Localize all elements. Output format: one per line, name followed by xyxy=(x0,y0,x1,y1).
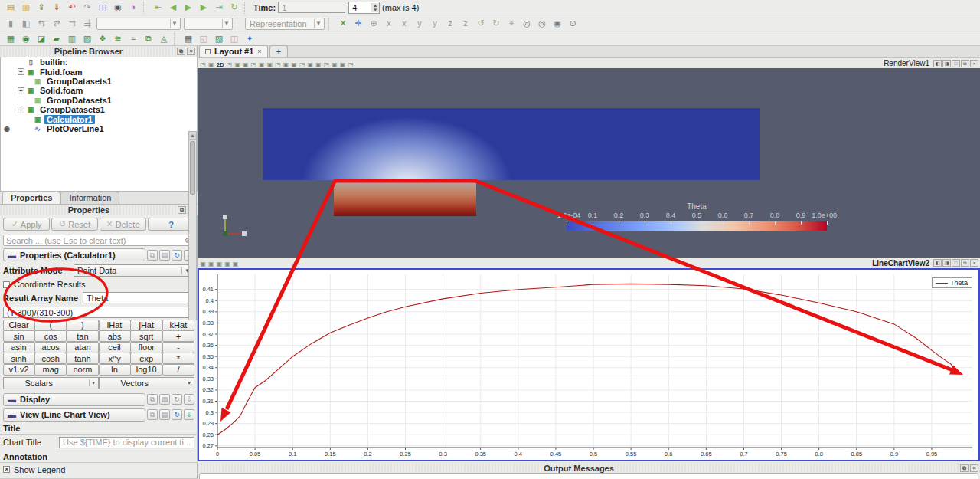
zoom-to-box-icon[interactable]: ⊕ xyxy=(367,17,381,30)
chart-toolbar-e-icon[interactable]: ▣ xyxy=(233,261,239,267)
properties-scrollbar[interactable]: ▲ xyxy=(188,131,197,320)
copy-properties-icon[interactable]: ⧉ xyxy=(147,250,158,261)
pipeline-item-groupdatasets1[interactable]: ▣GroupDatasets1 xyxy=(1,77,197,86)
calc-button-atan[interactable]: atan xyxy=(67,342,99,353)
pipeline-item-label[interactable]: GroupDatasets1 xyxy=(44,96,114,105)
calc-button-ln[interactable]: ln xyxy=(99,364,131,376)
calc-button-ihat[interactable]: iHat xyxy=(99,320,131,331)
view-toolbar-preview-icon[interactable]: ▣ xyxy=(208,61,214,68)
zoom-to-data-icon[interactable]: ✛ xyxy=(351,17,365,30)
line-chart-view[interactable]: 0.270.280.290.30.310.320.330.340.350.360… xyxy=(198,268,980,461)
expression-input[interactable]: (T-300)/(310-300) xyxy=(3,307,194,318)
help-button[interactable]: ? xyxy=(148,218,194,231)
calc-button-[interactable]: ) xyxy=(67,320,99,331)
stream-tracer-filter-icon[interactable]: ≋ xyxy=(111,32,125,45)
reset-center-icon[interactable]: ⊙ xyxy=(566,17,580,30)
split-vertical-icon[interactable]: ◨ xyxy=(942,259,951,267)
save-view-icon[interactable]: ⇩ xyxy=(184,409,194,420)
dock-float-icon[interactable]: ⧉ xyxy=(178,206,186,214)
calc-button-asin[interactable]: asin xyxy=(3,342,35,353)
attribute-mode-dropdown[interactable]: Point Data▼ xyxy=(74,264,194,277)
color-palette-icon[interactable]: ◑ xyxy=(126,1,140,14)
frame-spinbox[interactable]: 4 ▲▼ xyxy=(348,2,380,14)
show-orientation-axes-icon[interactable]: ◎ xyxy=(520,17,534,30)
spin-down-icon[interactable]: ▼ xyxy=(371,8,379,12)
close-view-icon[interactable]: × xyxy=(970,60,978,67)
reset-button[interactable]: ↺Reset xyxy=(51,218,98,231)
chart-toolbar-a-icon[interactable]: ▣ xyxy=(201,261,207,267)
play-icon[interactable]: ▶ xyxy=(181,1,195,14)
dock-close-icon[interactable]: × xyxy=(970,464,978,472)
maximize-icon[interactable]: □ xyxy=(952,259,960,267)
maximize-icon[interactable]: □ xyxy=(952,60,960,67)
view-toolbar-sel-a-icon[interactable]: ▣ xyxy=(259,61,265,68)
calc-button-[interactable]: + xyxy=(162,330,194,342)
rescale-custom-icon[interactable]: ⇄ xyxy=(50,17,64,30)
redo-icon[interactable]: ↷ xyxy=(80,1,94,14)
load-state-icon[interactable]: ⇪ xyxy=(34,1,48,14)
calc-button-norm[interactable]: norm xyxy=(67,364,99,376)
calc-button-sin[interactable]: sin xyxy=(3,330,35,342)
paste-display-icon[interactable]: ▤ xyxy=(159,394,170,405)
pipeline-item-label[interactable]: builtin: xyxy=(38,57,70,67)
pipeline-item-label[interactable]: GroupDatasets1 xyxy=(38,105,107,114)
calc-button-acos[interactable]: acos xyxy=(34,342,67,353)
rescale-visible-icon[interactable]: ⇶ xyxy=(80,17,94,30)
pipeline-item-solid-foam[interactable]: −▣Solid.foam xyxy=(1,86,197,95)
save-state-icon[interactable]: ⇓ xyxy=(50,1,64,14)
view-minus-z-icon[interactable]: z xyxy=(459,17,472,30)
pipeline-item-label[interactable]: Fluid.foam xyxy=(38,67,85,77)
chart-title-input[interactable]: Use ${TIME} to display current ti... xyxy=(59,437,194,448)
pipeline-item-label[interactable]: PlotOverLine1 xyxy=(44,124,106,133)
reset-view-icon[interactable]: ↻ xyxy=(172,409,182,420)
copy-display-icon[interactable]: ⧉ xyxy=(147,394,158,405)
group-datasets-filter-icon[interactable]: ⧉ xyxy=(142,32,155,45)
view-toolbar-camera-b-icon[interactable]: ▣ xyxy=(243,61,249,68)
float-icon[interactable]: ⧉ xyxy=(961,60,969,67)
calc-button-exp[interactable]: exp xyxy=(130,353,162,364)
tab-information[interactable]: Information xyxy=(60,192,119,204)
calc-button-tanh[interactable]: tanh xyxy=(67,353,99,364)
calc-button-v1v2[interactable]: v1.v2 xyxy=(3,364,35,376)
first-frame-icon[interactable]: ⇤ xyxy=(151,1,165,14)
warp-filter-icon[interactable]: ≈ xyxy=(126,32,140,45)
vectors-dropdown[interactable]: Vectors▾ xyxy=(99,377,194,389)
calc-button-floor[interactable]: floor xyxy=(130,342,162,353)
scrollbar-thumb[interactable] xyxy=(190,141,195,195)
slice-filter-icon[interactable]: ▰ xyxy=(50,32,64,45)
view-toolbar-camera-c-icon[interactable]: ◳ xyxy=(251,61,257,68)
contour-filter-icon[interactable]: ◉ xyxy=(19,32,33,45)
chart-toolbar-c-icon[interactable]: ▣ xyxy=(217,261,223,267)
component-combo[interactable]: ▼ xyxy=(184,18,233,30)
layout-tab[interactable]: Layout #1 × xyxy=(199,45,268,57)
scalars-dropdown[interactable]: Scalars▾ xyxy=(3,377,99,389)
search-input[interactable]: Search ... (use Esc to clear text) ⚙ xyxy=(3,235,194,246)
rescale-temporal-icon[interactable]: ⇉ xyxy=(65,17,79,30)
view-minus-y-icon[interactable]: y xyxy=(428,17,442,30)
spreadsheet-view-icon[interactable]: ▦ xyxy=(181,32,195,45)
paste-view-icon[interactable]: ▤ xyxy=(159,409,170,420)
calc-button-sinh[interactable]: sinh xyxy=(3,353,35,364)
toggle-color-legend-icon[interactable]: ▮ xyxy=(4,17,18,30)
save-display-icon[interactable]: ⇩ xyxy=(184,394,194,405)
view-plus-y-icon[interactable]: y xyxy=(413,17,426,30)
rescale-to-data-icon[interactable]: ⇆ xyxy=(34,17,48,30)
split-vertical-icon[interactable]: ◨ xyxy=(942,60,951,67)
calc-button-[interactable]: ( xyxy=(34,320,67,331)
result-array-input[interactable]: Theta xyxy=(83,292,194,303)
close-view-icon[interactable]: × xyxy=(970,259,978,267)
calc-button-xy[interactable]: x^y xyxy=(99,353,131,364)
calculator-section-toggle[interactable]: ▬ Properties (Calculator1) xyxy=(3,248,145,261)
selection-one-icon[interactable]: ▨ xyxy=(212,32,226,45)
show-legend-checkbox[interactable]: ✕ xyxy=(3,466,10,473)
dock-float-icon[interactable]: ⧉ xyxy=(960,464,969,472)
rotate-ccw-90-icon[interactable]: ↺ xyxy=(474,17,488,30)
reverse-frame-icon[interactable]: ◀ xyxy=(166,1,180,14)
pipeline-item-builtin-[interactable]: ▯builtin: xyxy=(1,57,197,67)
dock-close-icon[interactable]: × xyxy=(187,48,195,55)
threshold-filter-icon[interactable]: ▥ xyxy=(65,32,79,45)
calculator-filter-icon[interactable]: ▦ xyxy=(4,32,18,45)
calc-button-abs[interactable]: abs xyxy=(99,330,131,342)
tree-expander-icon[interactable]: − xyxy=(18,68,24,75)
dataset-link-icon[interactable]: ◫ xyxy=(96,1,109,14)
